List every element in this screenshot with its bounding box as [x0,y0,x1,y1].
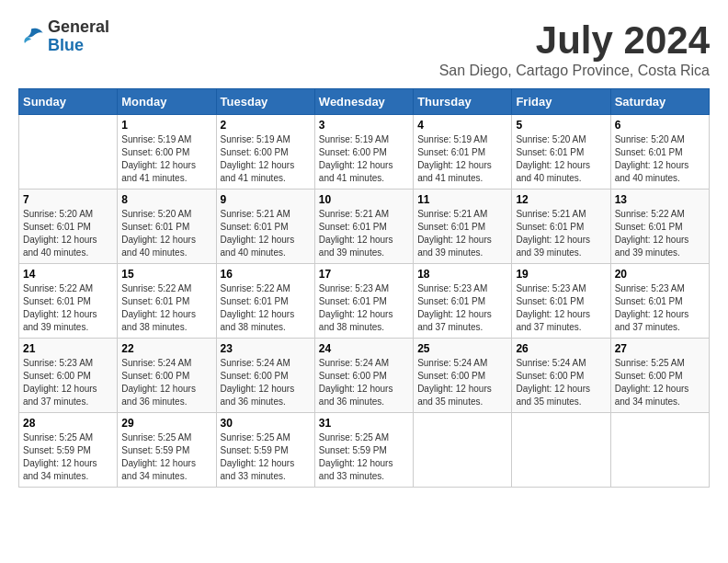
day-info: Sunrise: 5:20 AMSunset: 6:01 PMDaylight:… [516,133,606,185]
calendar-cell: 22 Sunrise: 5:24 AMSunset: 6:00 PMDaylig… [118,339,216,413]
calendar-week-3: 21 Sunrise: 5:23 AMSunset: 6:00 PMDaylig… [19,339,710,413]
logo: General Blue [18,18,109,55]
header-saturday: Saturday [610,89,709,115]
day-info: Sunrise: 5:21 AMSunset: 6:01 PMDaylight:… [221,208,311,259]
subtitle: San Diego, Cartago Province, Costa Rica [439,63,710,79]
calendar-cell [19,115,118,190]
day-number: 3 [319,119,409,132]
calendar-cell: 21 Sunrise: 5:23 AMSunset: 6:00 PMDaylig… [19,339,118,413]
header-wednesday: Wednesday [314,89,413,115]
day-number: 28 [23,417,113,430]
day-number: 18 [417,268,507,281]
calendar-cell: 14 Sunrise: 5:22 AMSunset: 6:01 PMDaylig… [19,264,118,339]
title-section: July 2024 San Diego, Cartago Province, C… [439,18,710,79]
logo-general: General [48,18,109,37]
calendar-week-0: 1 Sunrise: 5:19 AMSunset: 6:00 PMDayligh… [19,115,710,190]
calendar-cell: 15 Sunrise: 5:22 AMSunset: 6:01 PMDaylig… [118,264,216,339]
day-info: Sunrise: 5:25 AMSunset: 5:59 PMDaylight:… [319,431,409,483]
day-number: 21 [23,342,113,355]
day-info: Sunrise: 5:24 AMSunset: 6:00 PMDaylight:… [121,357,211,408]
header-monday: Monday [118,89,216,115]
calendar-cell: 5 Sunrise: 5:20 AMSunset: 6:01 PMDayligh… [512,115,610,190]
day-info: Sunrise: 5:22 AMSunset: 6:01 PMDaylight:… [221,282,311,334]
day-info: Sunrise: 5:20 AMSunset: 6:01 PMDaylight:… [121,208,211,259]
calendar-table: Sunday Monday Tuesday Wednesday Thursday… [18,88,710,488]
calendar-cell [610,413,709,488]
calendar-cell: 18 Sunrise: 5:23 AMSunset: 6:01 PMDaylig… [414,264,512,339]
day-info: Sunrise: 5:25 AMSunset: 6:00 PMDaylight:… [615,357,705,408]
day-number: 5 [516,119,606,132]
day-number: 9 [221,193,311,206]
header-sunday: Sunday [19,89,118,115]
calendar-cell: 10 Sunrise: 5:21 AMSunset: 6:01 PMDaylig… [314,190,413,264]
day-info: Sunrise: 5:19 AMSunset: 6:00 PMDaylight:… [221,133,311,185]
calendar-cell: 28 Sunrise: 5:25 AMSunset: 5:59 PMDaylig… [19,413,118,488]
day-number: 11 [417,193,507,206]
calendar-week-4: 28 Sunrise: 5:25 AMSunset: 5:59 PMDaylig… [19,413,710,488]
day-info: Sunrise: 5:21 AMSunset: 6:01 PMDaylight:… [319,208,409,259]
day-number: 27 [615,342,705,355]
calendar-cell: 12 Sunrise: 5:21 AMSunset: 6:01 PMDaylig… [512,190,610,264]
day-number: 22 [121,342,211,355]
day-info: Sunrise: 5:22 AMSunset: 6:01 PMDaylight:… [23,282,113,334]
calendar-cell: 30 Sunrise: 5:25 AMSunset: 5:59 PMDaylig… [216,413,314,488]
calendar-cell: 6 Sunrise: 5:20 AMSunset: 6:01 PMDayligh… [610,115,709,190]
day-number: 12 [516,193,606,206]
calendar-cell [512,413,610,488]
calendar-week-1: 7 Sunrise: 5:20 AMSunset: 6:01 PMDayligh… [19,190,710,264]
day-info: Sunrise: 5:24 AMSunset: 6:00 PMDaylight:… [516,357,606,408]
calendar-cell: 7 Sunrise: 5:20 AMSunset: 6:01 PMDayligh… [19,190,118,264]
header-tuesday: Tuesday [216,89,314,115]
page-header: General Blue July 2024 San Diego, Cartag… [18,18,710,79]
calendar-cell: 27 Sunrise: 5:25 AMSunset: 6:00 PMDaylig… [610,339,709,413]
calendar-cell: 31 Sunrise: 5:25 AMSunset: 5:59 PMDaylig… [314,413,413,488]
day-info: Sunrise: 5:21 AMSunset: 6:01 PMDaylight:… [417,208,507,259]
calendar-cell: 23 Sunrise: 5:24 AMSunset: 6:00 PMDaylig… [216,339,314,413]
calendar-cell: 2 Sunrise: 5:19 AMSunset: 6:00 PMDayligh… [216,115,314,190]
day-info: Sunrise: 5:23 AMSunset: 6:01 PMDaylight:… [417,282,507,334]
day-number: 29 [121,417,211,430]
calendar-cell: 25 Sunrise: 5:24 AMSunset: 6:00 PMDaylig… [414,339,512,413]
day-number: 23 [221,342,311,355]
header-friday: Friday [512,89,610,115]
logo-blue: Blue [48,37,109,55]
day-number: 14 [23,268,113,281]
calendar-cell: 3 Sunrise: 5:19 AMSunset: 6:00 PMDayligh… [314,115,413,190]
day-info: Sunrise: 5:23 AMSunset: 6:00 PMDaylight:… [23,357,113,408]
day-info: Sunrise: 5:23 AMSunset: 6:01 PMDaylight:… [516,282,606,334]
logo-text: General Blue [48,18,109,55]
day-info: Sunrise: 5:25 AMSunset: 5:59 PMDaylight:… [23,431,113,483]
header-row: Sunday Monday Tuesday Wednesday Thursday… [19,89,710,115]
calendar-cell: 1 Sunrise: 5:19 AMSunset: 6:00 PMDayligh… [118,115,216,190]
calendar-cell: 24 Sunrise: 5:24 AMSunset: 6:00 PMDaylig… [314,339,413,413]
header-thursday: Thursday [414,89,512,115]
calendar-cell: 8 Sunrise: 5:20 AMSunset: 6:01 PMDayligh… [118,190,216,264]
calendar-cell: 16 Sunrise: 5:22 AMSunset: 6:01 PMDaylig… [216,264,314,339]
day-info: Sunrise: 5:22 AMSunset: 6:01 PMDaylight:… [615,208,705,259]
day-number: 13 [615,193,705,206]
logo-icon [18,24,44,50]
calendar-cell: 11 Sunrise: 5:21 AMSunset: 6:01 PMDaylig… [414,190,512,264]
calendar-cell: 19 Sunrise: 5:23 AMSunset: 6:01 PMDaylig… [512,264,610,339]
day-number: 4 [417,119,507,132]
day-number: 20 [615,268,705,281]
day-number: 26 [516,342,606,355]
main-title: July 2024 [439,18,710,63]
day-number: 10 [319,193,409,206]
day-number: 6 [615,119,705,132]
day-info: Sunrise: 5:23 AMSunset: 6:01 PMDaylight:… [615,282,705,334]
day-number: 25 [417,342,507,355]
calendar-cell: 4 Sunrise: 5:19 AMSunset: 6:01 PMDayligh… [414,115,512,190]
day-info: Sunrise: 5:25 AMSunset: 5:59 PMDaylight:… [121,431,211,483]
day-number: 16 [221,268,311,281]
day-info: Sunrise: 5:20 AMSunset: 6:01 PMDaylight:… [615,133,705,185]
day-number: 19 [516,268,606,281]
day-info: Sunrise: 5:24 AMSunset: 6:00 PMDaylight:… [417,357,507,408]
calendar-week-2: 14 Sunrise: 5:22 AMSunset: 6:01 PMDaylig… [19,264,710,339]
day-number: 31 [319,417,409,430]
calendar-cell: 9 Sunrise: 5:21 AMSunset: 6:01 PMDayligh… [216,190,314,264]
day-number: 24 [319,342,409,355]
day-info: Sunrise: 5:20 AMSunset: 6:01 PMDaylight:… [23,208,113,259]
day-info: Sunrise: 5:25 AMSunset: 5:59 PMDaylight:… [221,431,311,483]
calendar-cell: 13 Sunrise: 5:22 AMSunset: 6:01 PMDaylig… [610,190,709,264]
